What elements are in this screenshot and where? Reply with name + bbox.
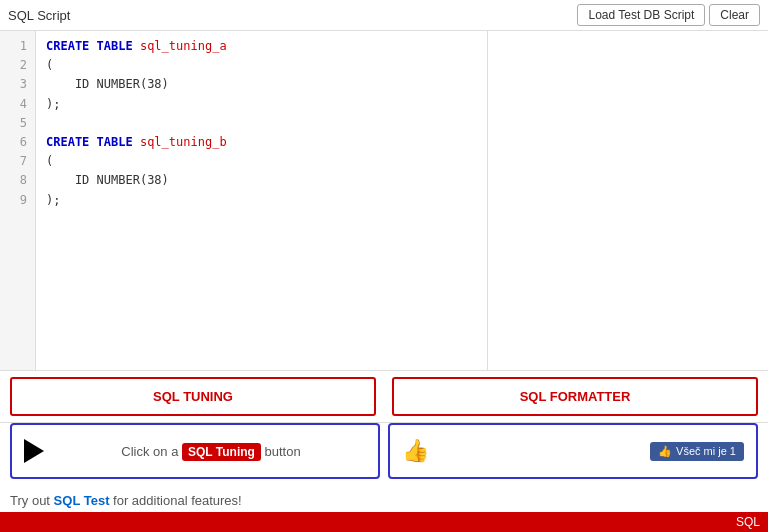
footer-prefix: Try out: [10, 493, 54, 508]
sql-tuning-badge: SQL Tuning: [182, 443, 261, 461]
tuning-info-text: Click on a SQL Tuning button: [56, 444, 366, 459]
facebook-like-button[interactable]: 👍 Všeč mi je 1: [650, 442, 744, 461]
header-buttons: Load Test DB Script Clear: [577, 4, 760, 26]
clear-button[interactable]: Clear: [709, 4, 760, 26]
page-title: SQL Script: [8, 8, 70, 23]
line-numbers: 1 2 3 4 5 6 7 8 9: [0, 31, 36, 370]
code-editor[interactable]: CREATE TABLE sql_tuning_a ( ID NUMBER(38…: [36, 31, 488, 370]
editor-right-panel: [488, 31, 768, 370]
sql-test-link[interactable]: SQL Test: [54, 493, 110, 508]
load-test-db-button[interactable]: Load Test DB Script: [577, 4, 705, 26]
info-row: Click on a SQL Tuning button 👍 👍 Všeč mi…: [0, 423, 768, 485]
bottom-bar-text: SQL: [736, 515, 760, 529]
formatter-info-panel: 👍 👍 Všeč mi je 1: [388, 423, 758, 479]
like-icon: 👍: [658, 445, 672, 458]
header-bar: SQL Script Load Test DB Script Clear: [0, 0, 768, 31]
editor-area: 1 2 3 4 5 6 7 8 9 CREATE TABLE sql_tunin…: [0, 31, 768, 371]
info-suffix: button: [261, 444, 301, 459]
play-icon: [24, 439, 44, 463]
footer-message: Try out SQL Test for additional features…: [0, 485, 768, 512]
info-prefix: Click on a: [121, 444, 182, 459]
thumbs-up-icon: 👍: [402, 438, 429, 464]
sql-formatter-button[interactable]: SQL FORMATTER: [392, 377, 758, 416]
tuning-info-panel: Click on a SQL Tuning button: [10, 423, 380, 479]
like-count: Všeč mi je 1: [676, 445, 736, 457]
footer-suffix: for additional features!: [109, 493, 241, 508]
sql-tuning-button[interactable]: SQL TUNING: [10, 377, 376, 416]
action-row: SQL TUNING SQL FORMATTER: [0, 371, 768, 423]
bottom-bar: SQL: [0, 512, 768, 532]
